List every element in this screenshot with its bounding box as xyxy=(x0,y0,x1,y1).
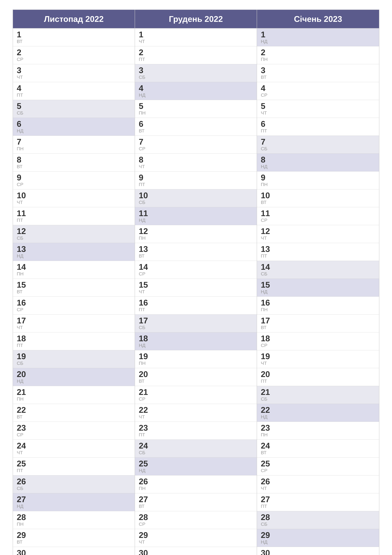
day-number: 28 xyxy=(17,513,26,521)
day-row: 28СБ xyxy=(257,511,379,529)
day-abbr: НД xyxy=(139,468,145,473)
day-number: 12 xyxy=(139,227,148,235)
day-abbr: ЧТ xyxy=(139,289,145,295)
day-row: 10СБ xyxy=(135,189,257,207)
day-row: 11ПТ xyxy=(13,207,135,225)
day-abbr: СБ xyxy=(139,325,145,330)
day-row: 24СБ xyxy=(135,440,257,458)
day-cell: 30СР xyxy=(17,549,26,555)
day-number: 30 xyxy=(139,549,148,555)
day-row: 17ВТ xyxy=(257,314,379,332)
day-cell: 5ПН xyxy=(139,102,146,116)
day-number: 5 xyxy=(17,102,21,110)
day-number: 10 xyxy=(139,191,148,199)
day-row: 4НД xyxy=(135,82,257,100)
day-number: 29 xyxy=(17,531,26,539)
day-cell: 19ЧТ xyxy=(261,352,270,366)
day-row: 24ЧТ xyxy=(13,440,135,458)
day-row: 17СБ xyxy=(135,314,257,332)
day-cell: 9СР xyxy=(17,173,23,187)
day-row: 30СР xyxy=(13,547,135,555)
day-cell: 22ВТ xyxy=(17,406,26,420)
day-row: 18ПТ xyxy=(13,332,135,350)
day-cell: 10ВТ xyxy=(261,191,270,205)
day-cell: 1НД xyxy=(261,30,267,44)
day-abbr: ПН xyxy=(261,182,268,187)
day-number: 2 xyxy=(17,48,21,57)
day-cell: 23ПТ xyxy=(139,424,148,438)
day-number: 9 xyxy=(139,173,143,182)
day-cell: 25НД xyxy=(139,460,148,473)
day-cell: 3СБ xyxy=(139,66,145,80)
day-abbr: СБ xyxy=(261,521,267,527)
day-row: 7СР xyxy=(135,136,257,154)
day-abbr: ЧТ xyxy=(17,199,23,205)
day-abbr: ЧТ xyxy=(17,450,23,455)
day-cell: 17ВТ xyxy=(261,316,270,330)
day-abbr: СР xyxy=(261,468,267,473)
day-abbr: ПТ xyxy=(17,343,23,348)
day-row: 27НД xyxy=(13,493,135,511)
day-number: 7 xyxy=(17,138,21,146)
day-cell: 12СБ xyxy=(17,227,26,241)
day-cell: 29ЧТ xyxy=(139,531,148,545)
day-cell: 11СР xyxy=(261,209,270,223)
day-number: 18 xyxy=(261,334,270,343)
day-row: 2ПН xyxy=(257,46,379,64)
day-abbr: СР xyxy=(139,271,145,277)
day-number: 20 xyxy=(261,370,270,378)
day-number: 27 xyxy=(139,495,148,504)
day-cell: 8ВТ xyxy=(17,155,22,169)
day-row: 30ПН xyxy=(257,547,379,555)
day-abbr: НД xyxy=(261,39,267,44)
day-abbr: ПН xyxy=(139,235,146,241)
day-number: 7 xyxy=(139,138,143,146)
day-abbr: ПН xyxy=(17,146,24,152)
day-abbr: СР xyxy=(261,343,267,348)
day-cell: 27НД xyxy=(17,495,26,509)
day-row: 22НД xyxy=(257,404,379,422)
day-abbr: ЧТ xyxy=(261,360,267,366)
day-abbr: СБ xyxy=(261,271,267,277)
day-number: 19 xyxy=(261,352,270,360)
day-cell: 23ПН xyxy=(261,424,270,438)
day-row: 13ВТ xyxy=(135,243,257,261)
day-abbr: ВТ xyxy=(139,504,144,509)
day-row: 15ВТ xyxy=(13,279,135,297)
day-cell: 18НД xyxy=(139,334,148,348)
day-row: 29НД xyxy=(257,529,379,547)
day-abbr: ЧТ xyxy=(261,110,267,116)
day-row: 15ЧТ xyxy=(135,279,257,297)
day-number: 6 xyxy=(139,120,143,128)
day-row: 25НД xyxy=(135,458,257,475)
day-abbr: СБ xyxy=(139,74,145,80)
day-number: 1 xyxy=(139,30,143,39)
day-abbr: ВТ xyxy=(17,414,22,420)
day-abbr: НД xyxy=(139,343,145,348)
day-row: 28СР xyxy=(135,511,257,529)
day-number: 12 xyxy=(261,227,270,235)
day-cell: 24ЧТ xyxy=(17,442,26,455)
day-number: 5 xyxy=(139,102,143,110)
day-row: 6НД xyxy=(13,118,135,136)
day-row: 26ЧТ xyxy=(257,475,379,493)
day-cell: 6ПТ xyxy=(261,120,267,134)
day-row: 20ВТ xyxy=(135,368,257,386)
day-cell: 21ПН xyxy=(17,388,26,402)
day-number: 12 xyxy=(17,227,26,235)
day-cell: 28СР xyxy=(139,513,148,527)
day-number: 25 xyxy=(261,460,270,468)
day-number: 13 xyxy=(17,245,26,253)
day-row: 3ЧТ xyxy=(13,64,135,82)
day-cell: 16ПТ xyxy=(139,299,148,313)
day-row: 27ВТ xyxy=(135,493,257,511)
day-cell: 14СБ xyxy=(261,263,270,277)
day-abbr: СР xyxy=(17,182,23,187)
day-abbr: ВТ xyxy=(261,199,266,205)
day-abbr: НД xyxy=(17,128,23,134)
day-abbr: ПТ xyxy=(261,504,267,509)
day-row: 21ПН xyxy=(13,386,135,404)
day-row: 12ПН xyxy=(135,225,257,243)
day-cell: 18СР xyxy=(261,334,270,348)
day-abbr: ЧТ xyxy=(139,539,145,545)
